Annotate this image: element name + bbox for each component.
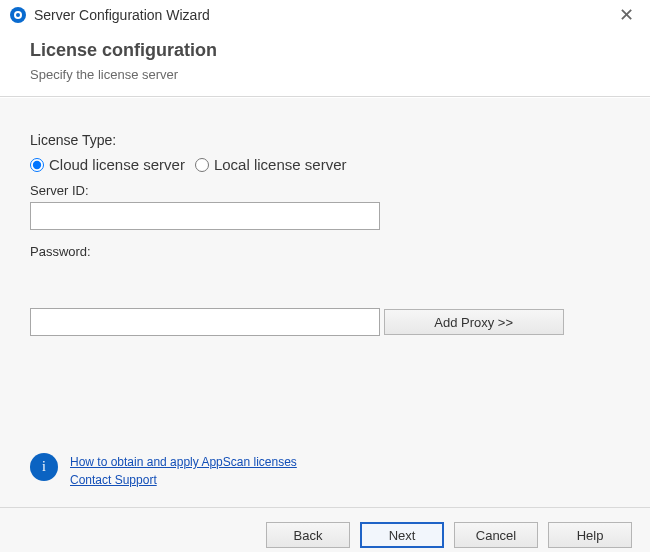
radio-local-input[interactable] xyxy=(195,158,209,172)
svg-point-1 xyxy=(16,13,20,17)
footer-buttons: Back Next Cancel Help xyxy=(0,507,650,552)
content-area: License Type: Cloud license server Local… xyxy=(0,97,650,507)
license-type-label: License Type: xyxy=(30,132,620,148)
license-type-radios: Cloud license server Local license serve… xyxy=(30,156,620,173)
server-id-input[interactable] xyxy=(30,202,380,230)
server-id-label: Server ID: xyxy=(30,183,620,198)
licenses-link[interactable]: How to obtain and apply AppScan licenses xyxy=(70,453,297,471)
close-icon[interactable]: ✕ xyxy=(613,6,640,24)
app-icon xyxy=(10,7,26,23)
info-row: i How to obtain and apply AppScan licens… xyxy=(30,453,297,489)
radio-local[interactable]: Local license server xyxy=(195,156,347,173)
radio-cloud-input[interactable] xyxy=(30,158,44,172)
password-label: Password: xyxy=(30,244,620,259)
next-button[interactable]: Next xyxy=(360,522,444,548)
wizard-header: License configuration Specify the licens… xyxy=(0,30,650,97)
info-links: How to obtain and apply AppScan licenses… xyxy=(70,453,297,489)
password-input[interactable] xyxy=(30,308,380,336)
titlebar: Server Configuration Wizard ✕ xyxy=(0,0,650,30)
window-title: Server Configuration Wizard xyxy=(34,7,613,23)
radio-local-label: Local license server xyxy=(214,156,347,173)
radio-cloud-label: Cloud license server xyxy=(49,156,185,173)
add-proxy-button[interactable]: Add Proxy >> xyxy=(384,309,564,335)
help-button[interactable]: Help xyxy=(548,522,632,548)
page-subtitle: Specify the license server xyxy=(30,67,624,82)
contact-support-link[interactable]: Contact Support xyxy=(70,471,297,489)
page-title: License configuration xyxy=(30,40,624,61)
back-button[interactable]: Back xyxy=(266,522,350,548)
radio-cloud[interactable]: Cloud license server xyxy=(30,156,185,173)
cancel-button[interactable]: Cancel xyxy=(454,522,538,548)
info-icon: i xyxy=(30,453,58,481)
